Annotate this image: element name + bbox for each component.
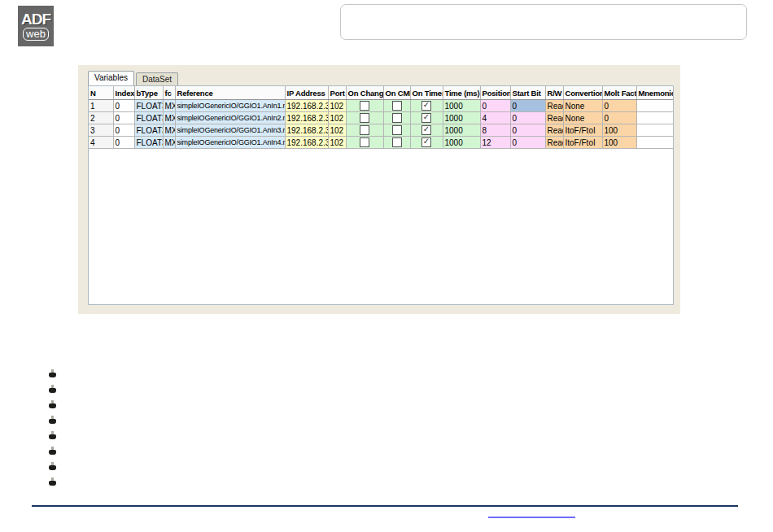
cell-index[interactable]: 0	[113, 100, 134, 112]
cell-convertion[interactable]: ItoF/FtoI	[563, 124, 602, 137]
variables-grid-container: N Index bType fc Reference IP Address Po…	[88, 85, 674, 305]
bullet-list	[48, 369, 57, 486]
cell-fc[interactable]: MX	[163, 100, 175, 112]
cell-molt-fact[interactable]: 100	[602, 137, 636, 149]
col-header-mnemonic: Mnemonic	[636, 86, 674, 100]
cell-rw[interactable]: Read	[545, 137, 563, 149]
document-title-box	[340, 4, 747, 40]
cell-mnemonic[interactable]	[636, 100, 674, 112]
cell-molt-fact[interactable]: 0	[602, 100, 636, 112]
cell-btype[interactable]: FLOAT32	[134, 100, 163, 112]
cell-index[interactable]: 0	[113, 137, 134, 149]
cell-btype[interactable]: FLOAT32	[134, 124, 163, 137]
cell-mnemonic[interactable]	[636, 124, 674, 137]
cell-fc[interactable]: MX	[163, 124, 175, 137]
cell-time-ms[interactable]: 1000	[443, 137, 480, 149]
cell-mnemonic[interactable]	[636, 112, 674, 124]
cell-on-timer	[410, 124, 443, 137]
cell-convertion[interactable]: None	[563, 112, 602, 124]
cell-ip-address[interactable]: 192.168.2.37	[285, 112, 328, 124]
cell-time-ms[interactable]: 1000	[443, 124, 480, 137]
table-row: 2 0 FLOAT32 MX simpleIOGenericIO/GGIO1.A…	[89, 112, 674, 124]
col-header-n: N	[89, 86, 113, 100]
cell-ip-address[interactable]: 192.168.2.37	[285, 137, 328, 149]
on-timer-checkbox[interactable]	[421, 113, 431, 123]
tab-dataset[interactable]: DataSet	[136, 72, 178, 85]
on-change-checkbox[interactable]	[360, 125, 369, 135]
cell-rw[interactable]: Read	[545, 100, 563, 112]
col-header-index: Index	[113, 86, 134, 100]
on-cmd-checkbox[interactable]	[392, 113, 402, 123]
on-change-checkbox[interactable]	[360, 101, 369, 111]
cell-on-change	[346, 137, 383, 149]
cell-ip-address[interactable]: 192.168.2.37	[285, 124, 328, 137]
cell-index[interactable]: 0	[113, 112, 134, 124]
cell-on-cmd	[383, 112, 410, 124]
cell-position[interactable]: 4	[480, 112, 510, 124]
table-header-row: N Index bType fc Reference IP Address Po…	[89, 86, 674, 100]
col-header-position: Position	[480, 86, 510, 100]
col-header-ip: IP Address	[285, 86, 328, 100]
cell-position[interactable]: 8	[480, 124, 510, 137]
cell-convertion[interactable]: None	[563, 100, 602, 112]
cell-start-bit[interactable]: 0	[510, 137, 545, 149]
cell-position[interactable]: 12	[480, 137, 510, 149]
on-timer-checkbox[interactable]	[421, 125, 431, 135]
cell-mnemonic[interactable]	[636, 137, 674, 149]
col-header-convertion: Convertion	[563, 86, 602, 100]
cell-port[interactable]: 102	[328, 100, 346, 112]
cell-index[interactable]: 0	[113, 124, 134, 137]
cell-port[interactable]: 102	[328, 124, 346, 137]
cell-btype[interactable]: FLOAT32	[134, 137, 163, 149]
cell-molt-fact[interactable]: 0	[602, 112, 636, 124]
cell-port[interactable]: 102	[328, 112, 346, 124]
on-change-checkbox[interactable]	[360, 137, 369, 147]
col-header-time: Time (ms)	[443, 86, 480, 100]
cell-rw[interactable]: Read	[545, 112, 563, 124]
pointing-hand-icon	[48, 385, 57, 394]
cell-fc[interactable]: MX	[163, 112, 175, 124]
tab-variables[interactable]: Variables	[88, 71, 134, 85]
adfweb-logo: ADF web	[18, 6, 54, 46]
cell-btype[interactable]: FLOAT32	[134, 112, 163, 124]
col-header-on-timer: On Timer	[410, 86, 443, 100]
footer-link[interactable]	[488, 517, 575, 518]
table-row: 1 0 FLOAT32 MX simpleIOGenericIO/GGIO1.A…	[89, 100, 674, 112]
cell-n[interactable]: 4	[89, 137, 113, 149]
pointing-hand-icon	[48, 477, 57, 486]
cell-convertion[interactable]: ItoF/FtoI	[563, 137, 602, 149]
col-header-btype: bType	[134, 86, 163, 100]
cell-start-bit[interactable]: 0	[510, 124, 545, 137]
cell-start-bit[interactable]: 0	[510, 112, 545, 124]
cell-reference[interactable]: simpleIOGenericIO/GGIO1.AnIn2.mag.f	[175, 112, 285, 124]
pointing-hand-icon	[48, 431, 57, 440]
cell-time-ms[interactable]: 1000	[443, 112, 480, 124]
cell-n[interactable]: 3	[89, 124, 113, 137]
cell-rw[interactable]: Read	[545, 124, 563, 137]
on-cmd-checkbox[interactable]	[392, 137, 402, 147]
col-header-on-change: On Change	[346, 86, 383, 100]
logo-text-web: web	[23, 28, 49, 41]
on-timer-checkbox[interactable]	[421, 101, 431, 111]
cell-time-ms[interactable]: 1000	[443, 100, 480, 112]
on-timer-checkbox[interactable]	[421, 137, 431, 147]
on-cmd-checkbox[interactable]	[392, 101, 402, 111]
cell-on-cmd	[383, 124, 410, 137]
cell-molt-fact[interactable]: 100	[602, 124, 636, 137]
cell-position[interactable]: 0	[480, 100, 510, 112]
on-change-checkbox[interactable]	[360, 113, 369, 123]
cell-reference[interactable]: simpleIOGenericIO/GGIO1.AnIn3.mag.f	[175, 124, 285, 137]
cell-fc[interactable]: MX	[163, 137, 175, 149]
cell-ip-address[interactable]: 192.168.2.37	[285, 100, 328, 112]
on-cmd-checkbox[interactable]	[392, 125, 402, 135]
cell-port[interactable]: 102	[328, 137, 346, 149]
pointing-hand-icon	[48, 462, 57, 471]
pointing-hand-icon	[48, 416, 57, 425]
cell-n[interactable]: 1	[89, 100, 113, 112]
cell-start-bit[interactable]: 0	[510, 100, 545, 112]
configuration-window: Variables DataSet N Index bType fc Refer…	[78, 65, 680, 314]
cell-reference[interactable]: simpleIOGenericIO/GGIO1.AnIn1.mag.f	[175, 100, 285, 112]
cell-reference[interactable]: simpleIOGenericIO/GGIO1.AnIn4.mag.f	[175, 137, 285, 149]
col-header-port: Port	[328, 86, 346, 100]
cell-n[interactable]: 2	[89, 112, 113, 124]
